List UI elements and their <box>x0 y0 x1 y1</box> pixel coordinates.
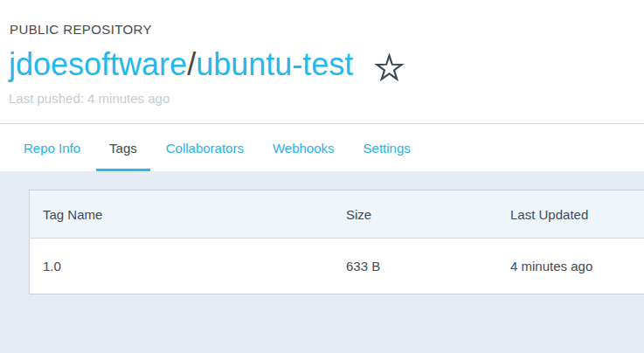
content-area: Tag Name Size Last Updated 1.0 633 B 4 m… <box>0 171 644 353</box>
tags-table-card: Tag Name Size Last Updated 1.0 633 B 4 m… <box>29 190 644 294</box>
tab-collaborators[interactable]: Collaborators <box>153 124 257 171</box>
repo-separator: / <box>187 46 196 82</box>
repository-visibility-label: PUBLIC REPOSITORY <box>10 22 152 37</box>
tab-repo-info[interactable]: Repo Info <box>10 124 93 171</box>
column-header-last-updated: Last Updated <box>497 207 644 222</box>
last-pushed-status: Last pushed: 4 minutes ago <box>9 91 170 106</box>
cell-tag-name: 1.0 <box>30 259 333 273</box>
star-outline-icon <box>374 53 405 84</box>
tab-settings[interactable]: Settings <box>350 124 424 171</box>
tab-webhooks[interactable]: Webhooks <box>260 124 348 171</box>
table-header-row: Tag Name Size Last Updated <box>30 190 644 239</box>
repo-name: ubuntu-test <box>196 46 353 82</box>
star-repository-button[interactable] <box>374 53 405 84</box>
cell-last-updated: 4 minutes ago <box>497 259 644 273</box>
repo-namespace: jdoesoftware <box>9 46 187 82</box>
column-header-size: Size <box>333 207 497 222</box>
cell-size: 633 B <box>333 259 497 273</box>
tab-tags[interactable]: Tags <box>96 124 150 171</box>
table-row: 1.0 633 B 4 minutes ago <box>30 239 644 294</box>
column-header-tag-name: Tag Name <box>30 207 333 222</box>
page-title: jdoesoftware/ubuntu-test <box>9 46 353 83</box>
repo-tab-bar: Repo Info Tags Collaborators Webhooks Se… <box>0 124 644 171</box>
